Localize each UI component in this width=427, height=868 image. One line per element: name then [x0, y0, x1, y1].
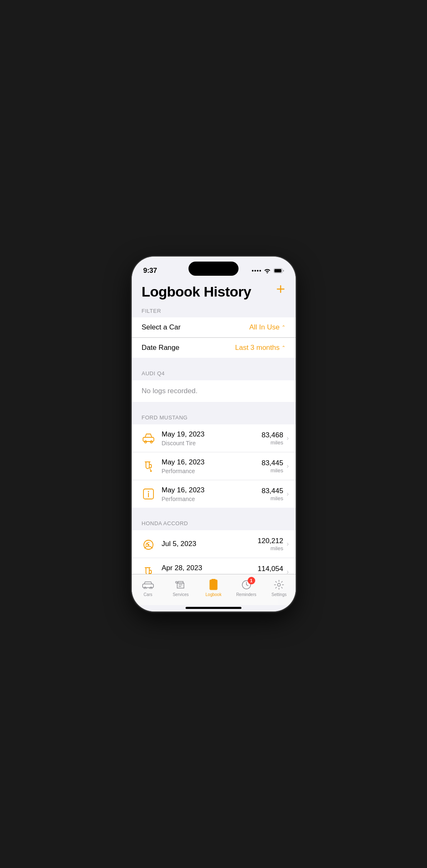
info-icon-1-2: [140, 486, 157, 502]
filter-card: Select a Car All In Use ⌃ Date Range Las…: [132, 317, 296, 358]
car-groups-container: AUDI Q4No logs recorded.FORD MUSTANG May…: [132, 366, 296, 574]
log-row-2-1[interactable]: Apr 28, 2023Valvoline114,054miles›: [132, 558, 296, 574]
row-chevron-icon-2-1: ›: [286, 568, 289, 574]
car-section-title-0: AUDI Q4: [142, 370, 165, 377]
dynamic-island: [188, 262, 239, 276]
settings-icon: [273, 579, 285, 591]
select-car-row[interactable]: Select a Car All In Use ⌃: [132, 317, 296, 338]
filter-section-label: FILTER: [132, 308, 296, 314]
car-chevron-icon: ⌃: [281, 324, 286, 330]
oil-icon-2-1: [140, 564, 157, 574]
log-miles-label-1-1: miles: [261, 467, 283, 474]
log-subtitle-1-1: Performance: [162, 468, 262, 474]
svg-point-4: [150, 441, 152, 443]
log-miles-1-1: 83,445: [261, 459, 283, 467]
add-button[interactable]: [274, 282, 287, 296]
log-miles-label-2-0: miles: [258, 545, 283, 551]
status-time: 9:37: [143, 267, 157, 275]
log-miles-label-1-0: miles: [261, 439, 283, 446]
date-range-label: Date Range: [142, 344, 180, 352]
status-icons: [252, 268, 284, 273]
page-title: Logbook History: [142, 284, 286, 299]
svg-point-7: [148, 491, 149, 492]
svg-rect-16: [212, 579, 215, 581]
header: Logbook History: [132, 279, 296, 299]
row-chevron-icon-1-2: ›: [286, 490, 289, 498]
log-row-1-2[interactable]: May 16, 2023Performance83,445miles›: [132, 480, 296, 508]
log-date-1-2: May 16, 2023: [162, 486, 262, 494]
car-icon-1-0: [140, 430, 157, 446]
date-chevron-icon: ⌃: [281, 345, 286, 351]
reminders-badge: 1: [248, 577, 255, 584]
home-indicator: [186, 607, 241, 609]
row-chevron-icon-1-1: ›: [286, 462, 289, 470]
battery-icon: [274, 268, 284, 273]
oil-icon-1-1: [140, 458, 157, 474]
log-subtitle-1-0: Discount Tire: [162, 440, 262, 446]
signal-icon: [252, 270, 261, 272]
svg-point-18: [278, 584, 281, 586]
tab-item-cars[interactable]: Cars: [136, 579, 161, 597]
car-section-title-2: HONDA ACCORD: [142, 520, 188, 526]
svg-point-3: [144, 441, 146, 443]
log-row-1-1[interactable]: May 16, 2023Performance83,445miles›: [132, 452, 296, 480]
reminders-icon: 1: [240, 579, 253, 591]
tab-bar: Cars Services: [132, 574, 296, 605]
log-row-1-0[interactable]: May 19, 2023Discount Tire83,468miles›: [132, 424, 296, 452]
tab-item-services[interactable]: Services: [168, 579, 193, 597]
date-range-value[interactable]: Last 3 months ⌃: [235, 344, 286, 352]
settings-tab-label: Settings: [271, 592, 286, 597]
log-subtitle-1-2: Performance: [162, 496, 262, 502]
logbook-icon: [207, 579, 220, 591]
log-miles-1-2: 83,445: [261, 487, 283, 495]
select-car-label: Select a Car: [142, 323, 181, 332]
services-icon: [174, 579, 187, 591]
no-logs-text-0: No logs recorded.: [142, 387, 198, 395]
content-area: Logbook History FILTER Select a Car All …: [132, 279, 296, 574]
screen: 9:37: [132, 257, 296, 611]
svg-point-14: [176, 581, 177, 583]
tab-item-settings[interactable]: Settings: [266, 579, 291, 597]
select-car-value[interactable]: All In Use ⌃: [249, 323, 286, 332]
car-group-ford-mustang: FORD MUSTANG May 19, 2023Discount Tire83…: [132, 410, 296, 508]
svg-point-5: [150, 470, 152, 472]
row-chevron-icon-2-0: ›: [286, 540, 289, 548]
reminders-tab-label: Reminders: [236, 592, 256, 597]
speedometer-icon-2-0: [140, 536, 157, 552]
cars-icon: [142, 579, 154, 591]
log-miles-2-0: 120,212: [258, 537, 283, 545]
car-group-audi-q4: AUDI Q4No logs recorded.: [132, 366, 296, 402]
logbook-tab-label: Logbook: [206, 592, 221, 597]
log-date-1-1: May 16, 2023: [162, 458, 262, 466]
services-tab-label: Services: [173, 592, 188, 597]
log-miles-1-0: 83,468: [261, 431, 283, 439]
cars-tab-label: Cars: [143, 592, 152, 597]
wifi-icon: [264, 268, 271, 273]
log-date-1-0: May 19, 2023: [162, 430, 262, 439]
date-range-row[interactable]: Date Range Last 3 months ⌃: [132, 338, 296, 358]
car-group-honda-accord: HONDA ACCORD Jul 5, 2023120,212miles› Ap…: [132, 516, 296, 574]
log-miles-2-1: 114,054: [258, 565, 283, 573]
tab-item-reminders[interactable]: 1 Reminders: [234, 579, 259, 597]
row-chevron-icon-1-0: ›: [286, 434, 289, 442]
tab-item-logbook[interactable]: Logbook: [201, 579, 226, 597]
log-row-2-0[interactable]: Jul 5, 2023120,212miles›: [132, 530, 296, 558]
svg-rect-1: [274, 269, 281, 272]
filter-section: FILTER Select a Car All In Use ⌃ Date Ra…: [132, 308, 296, 358]
phone-frame: 9:37: [132, 257, 296, 611]
log-date-2-1: Apr 28, 2023: [162, 564, 258, 572]
log-date-2-0: Jul 5, 2023: [162, 540, 258, 548]
log-miles-label-1-2: miles: [261, 495, 283, 501]
car-section-title-1: FORD MUSTANG: [142, 414, 188, 421]
